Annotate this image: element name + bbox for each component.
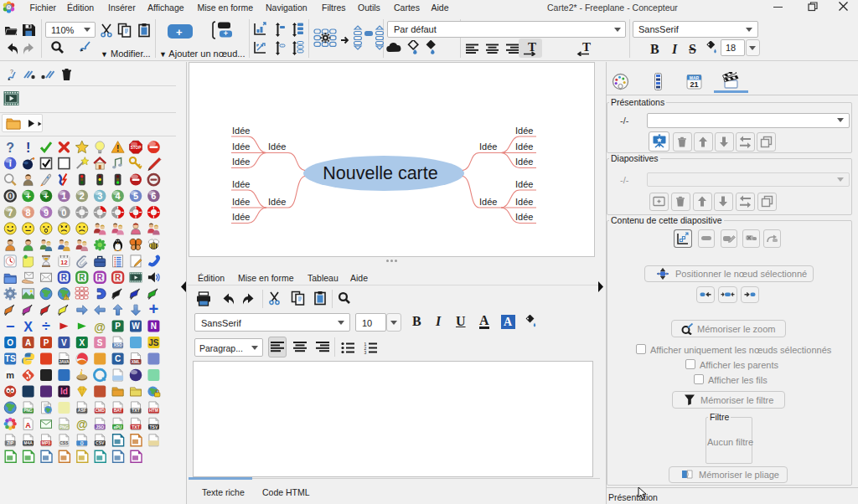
- svg-text:@: @: [76, 418, 88, 431]
- svg-text:PNG: PNG: [59, 424, 69, 429]
- svg-text:Id: Id: [60, 387, 68, 396]
- svg-text:ePU: ePU: [114, 424, 122, 429]
- svg-text:N: N: [151, 321, 157, 331]
- svg-text:0: 0: [61, 208, 66, 218]
- svg-text:PNG: PNG: [23, 408, 33, 413]
- svg-text:6: 6: [151, 191, 156, 201]
- svg-text:JSO: JSO: [96, 424, 104, 429]
- svg-text:5: 5: [133, 191, 138, 201]
- svg-text:3: 3: [97, 191, 102, 201]
- svg-text:JAVA: JAVA: [59, 359, 70, 364]
- svg-text:÷: ÷: [42, 318, 50, 335]
- svg-text:P: P: [115, 321, 121, 331]
- svg-text:XSD: XSD: [113, 343, 122, 348]
- svg-text:9: 9: [44, 208, 49, 218]
- svg-text:{}: {}: [80, 440, 84, 445]
- svg-text:1: 1: [61, 191, 66, 201]
- svg-text:X: X: [23, 320, 33, 334]
- svg-text:R: R: [115, 273, 121, 282]
- svg-text:P: P: [44, 338, 49, 347]
- svg-text:C: C: [115, 354, 121, 363]
- svg-text:CSV: CSV: [96, 440, 105, 445]
- svg-text:CSS: CSS: [59, 440, 69, 445]
- svg-text:T: T: [582, 40, 591, 54]
- svg-text:TXT: TXT: [132, 424, 139, 429]
- svg-text:3: 3: [364, 350, 366, 355]
- svg-text:A: A: [25, 338, 31, 347]
- svg-text:@: @: [94, 321, 106, 334]
- svg-text:7: 7: [8, 208, 13, 218]
- svg-text:W: W: [132, 321, 140, 331]
- svg-text:TS: TS: [5, 354, 16, 363]
- svg-text:R: R: [97, 273, 104, 282]
- svg-text:8: 8: [26, 208, 31, 218]
- svg-text:+: +: [224, 29, 228, 38]
- svg-text:ASF: ASF: [78, 408, 86, 413]
- svg-text:O: O: [7, 338, 13, 347]
- svg-text:!: !: [116, 144, 119, 153]
- svg-text:V: V: [61, 338, 67, 347]
- svg-text:MP3: MP3: [42, 440, 51, 445]
- svg-text:BAT: BAT: [114, 408, 122, 413]
- svg-text:TSV: TSV: [150, 424, 158, 429]
- svg-text:X: X: [79, 338, 85, 347]
- svg-text:12: 12: [60, 260, 67, 267]
- svg-text:A: A: [25, 421, 31, 429]
- svg-text:−: −: [6, 318, 15, 335]
- svg-text:m: m: [6, 370, 14, 380]
- svg-text:HTM: HTM: [149, 408, 158, 413]
- svg-text:STOP: STOP: [131, 146, 141, 150]
- svg-text:!: !: [65, 295, 67, 300]
- svg-text:ZIP: ZIP: [7, 440, 13, 445]
- svg-text:i: i: [9, 159, 12, 169]
- svg-text:XML: XML: [132, 359, 141, 364]
- svg-text:21: 21: [690, 80, 698, 89]
- svg-text:CMD: CMD: [96, 408, 106, 413]
- svg-text:!: !: [26, 141, 30, 155]
- svg-text:?: ?: [6, 141, 14, 155]
- svg-text:M4A: M4A: [23, 440, 33, 445]
- svg-text:4: 4: [116, 191, 121, 201]
- svg-text:+: +: [44, 191, 49, 201]
- svg-text:R: R: [61, 273, 68, 282]
- svg-text:+: +: [25, 191, 30, 201]
- svg-text:+: +: [149, 300, 159, 318]
- svg-text:R: R: [79, 273, 85, 282]
- svg-text:S: S: [97, 338, 103, 347]
- svg-text:JS: JS: [148, 338, 159, 347]
- svg-text:0: 0: [8, 191, 13, 201]
- svg-text:2: 2: [80, 191, 85, 201]
- svg-text:TXT: TXT: [132, 408, 139, 413]
